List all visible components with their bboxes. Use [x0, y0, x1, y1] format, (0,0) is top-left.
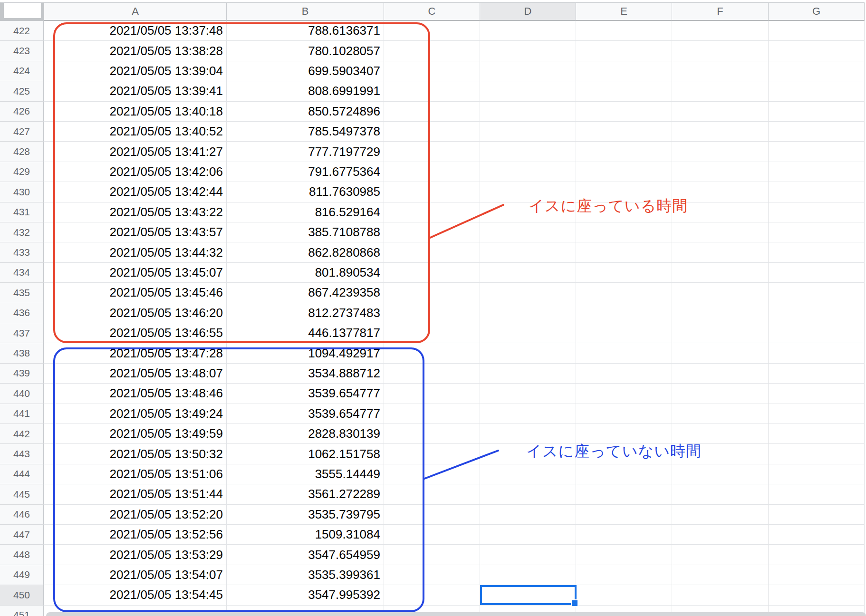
cell-D446[interactable] [480, 505, 576, 525]
cell-D447[interactable] [480, 525, 576, 545]
row-header-426[interactable]: 426 [0, 102, 44, 122]
cell-E441[interactable] [576, 404, 672, 424]
cell-G441[interactable] [769, 404, 865, 424]
cell-G443[interactable] [769, 444, 865, 464]
cell-E440[interactable] [576, 384, 672, 404]
row-header-440[interactable]: 440 [0, 384, 44, 404]
cell-D426[interactable] [480, 102, 576, 122]
cell-F424[interactable] [672, 61, 769, 81]
cell-F445[interactable] [672, 484, 769, 504]
column-header-G[interactable]: G [769, 2, 865, 21]
cell-G440[interactable] [769, 384, 865, 404]
row-header-427[interactable]: 427 [0, 122, 44, 142]
row-header-444[interactable]: 444 [0, 464, 44, 484]
cell-D425[interactable] [480, 81, 576, 101]
cell-F429[interactable] [672, 162, 769, 182]
column-header-E[interactable]: E [576, 2, 672, 21]
cell-E436[interactable] [576, 303, 672, 323]
cell-D444[interactable] [480, 464, 576, 484]
cell-D433[interactable] [480, 242, 576, 262]
row-header-429[interactable]: 429 [0, 162, 44, 182]
cell-F447[interactable] [672, 525, 769, 545]
select-all-corner[interactable] [0, 2, 44, 21]
cell-F439[interactable] [672, 364, 769, 384]
cell-G437[interactable] [769, 323, 865, 343]
cell-E450[interactable] [576, 585, 672, 605]
cell-D429[interactable] [480, 162, 576, 182]
cell-D422[interactable] [480, 21, 576, 41]
cell-E425[interactable] [576, 81, 672, 101]
row-header-437[interactable]: 437 [0, 323, 44, 343]
row-header-448[interactable]: 448 [0, 545, 44, 565]
cell-G432[interactable] [769, 222, 865, 242]
cell-D445[interactable] [480, 484, 576, 504]
row-header-450[interactable]: 450 [0, 585, 44, 605]
cell-E423[interactable] [576, 41, 672, 61]
cell-F432[interactable] [672, 222, 769, 242]
row-header-438[interactable]: 438 [0, 343, 44, 363]
cell-D441[interactable] [480, 404, 576, 424]
row-header-447[interactable]: 447 [0, 525, 44, 545]
cell-F428[interactable] [672, 142, 769, 162]
cell-D428[interactable] [480, 142, 576, 162]
cell-E432[interactable] [576, 222, 672, 242]
cell-E438[interactable] [576, 343, 672, 363]
cell-D436[interactable] [480, 303, 576, 323]
cell-E428[interactable] [576, 142, 672, 162]
cell-F441[interactable] [672, 404, 769, 424]
cell-E449[interactable] [576, 565, 672, 585]
row-header-442[interactable]: 442 [0, 424, 44, 444]
cell-F444[interactable] [672, 464, 769, 484]
cell-F438[interactable] [672, 343, 769, 363]
column-header-C[interactable]: C [384, 2, 480, 21]
annotation-rect-sitting[interactable] [53, 22, 430, 343]
cell-F449[interactable] [672, 565, 769, 585]
cell-E426[interactable] [576, 102, 672, 122]
cell-F426[interactable] [672, 102, 769, 122]
cell-D424[interactable] [480, 61, 576, 81]
cell-G449[interactable] [769, 565, 865, 585]
cell-G444[interactable] [769, 464, 865, 484]
cell-G428[interactable] [769, 142, 865, 162]
row-header-445[interactable]: 445 [0, 484, 44, 504]
cell-E448[interactable] [576, 545, 672, 565]
cell-F437[interactable] [672, 323, 769, 343]
cell-F423[interactable] [672, 41, 769, 61]
cell-D448[interactable] [480, 545, 576, 565]
row-header-428[interactable]: 428 [0, 142, 44, 162]
cell-E445[interactable] [576, 484, 672, 504]
row-header-439[interactable]: 439 [0, 364, 44, 384]
cell-E424[interactable] [576, 61, 672, 81]
cell-F448[interactable] [672, 545, 769, 565]
cell-G422[interactable] [769, 21, 865, 41]
cell-G427[interactable] [769, 122, 865, 142]
column-header-F[interactable]: F [672, 2, 769, 21]
cell-F450[interactable] [672, 585, 769, 605]
cell-E433[interactable] [576, 242, 672, 262]
annotation-label-sitting[interactable]: イスに座っている時間 [529, 196, 688, 217]
cell-E446[interactable] [576, 505, 672, 525]
row-header-441[interactable]: 441 [0, 404, 44, 424]
cell-F435[interactable] [672, 283, 769, 303]
row-header-422[interactable]: 422 [0, 21, 44, 41]
cell-F446[interactable] [672, 505, 769, 525]
row-header-451[interactable]: 451 [0, 606, 44, 616]
row-header-430[interactable]: 430 [0, 182, 44, 202]
row-header-449[interactable]: 449 [0, 565, 44, 585]
cell-F425[interactable] [672, 81, 769, 101]
cell-E422[interactable] [576, 21, 672, 41]
cell-G446[interactable] [769, 505, 865, 525]
row-header-432[interactable]: 432 [0, 222, 44, 242]
cell-E435[interactable] [576, 283, 672, 303]
cell-D432[interactable] [480, 222, 576, 242]
cell-D427[interactable] [480, 122, 576, 142]
annotation-rect-not-sitting[interactable] [53, 347, 424, 612]
cell-F440[interactable] [672, 384, 769, 404]
cell-G431[interactable] [769, 202, 865, 222]
cell-F422[interactable] [672, 21, 769, 41]
cell-D423[interactable] [480, 41, 576, 61]
cell-G445[interactable] [769, 484, 865, 504]
cell-D449[interactable] [480, 565, 576, 585]
cell-G438[interactable] [769, 343, 865, 363]
cell-G425[interactable] [769, 81, 865, 101]
